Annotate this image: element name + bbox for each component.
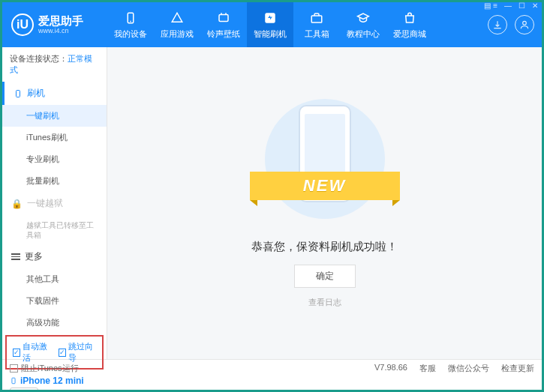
new-banner: NEW: [250, 172, 400, 200]
checkbox-label: 阻止iTunes运行: [21, 363, 79, 374]
connection-status: 设备连接状态：正常模式: [2, 47, 107, 82]
checkbox-icon: ✓: [59, 349, 66, 357]
device-small-icon: [10, 376, 17, 386]
minimize-icon[interactable]: —: [501, 0, 515, 11]
sidebar-item-other-tools[interactable]: 其他工具: [2, 268, 107, 290]
sidebar-item-download-fw[interactable]: 下载固件: [2, 290, 107, 312]
sidebar-item-oneclick-flash[interactable]: 一键刷机: [2, 105, 107, 127]
section-label: 刷机: [27, 87, 45, 100]
sidebar-item-itunes-flash[interactable]: iTunes刷机: [2, 127, 107, 148]
svg-point-7: [523, 21, 527, 25]
logo-area: iU 爱思助手 www.i4.cn: [2, 13, 107, 36]
section-label: 更多: [25, 250, 43, 263]
ringtone-icon: [216, 10, 231, 25]
nav-label: 智能刷机: [254, 28, 287, 40]
ok-button[interactable]: 确定: [294, 265, 356, 288]
menu-icon[interactable]: ▤ ≡: [481, 0, 500, 11]
app-name: 爱思助手: [38, 15, 83, 28]
success-illustration: NEW: [257, 91, 392, 226]
footer-link-update[interactable]: 检查更新: [501, 363, 534, 374]
svg-rect-9: [12, 378, 15, 384]
sidebar-section-more[interactable]: 更多: [2, 245, 107, 268]
device-storage-badge: 64GB: [10, 388, 38, 392]
svg-rect-2: [219, 14, 228, 21]
main-panel: NEW 恭喜您，保资料刷机成功啦！ 确定 查看日志: [107, 47, 542, 359]
hamburger-icon: [11, 252, 20, 262]
nav-flash[interactable]: 智能刷机: [247, 2, 293, 47]
checkbox-label: 自动激活: [23, 341, 51, 364]
nav-label: 我的设备: [114, 28, 147, 40]
maximize-icon[interactable]: ☐: [515, 0, 528, 11]
nav-label: 应用游戏: [161, 28, 194, 40]
apps-icon: [170, 10, 185, 25]
device-block[interactable]: iPhone 12 mini 64GB Down-12mini-13,1: [2, 371, 107, 392]
section-label: 一键越狱: [27, 197, 63, 210]
nav-tutorial[interactable]: 教程中心: [340, 2, 386, 47]
device-icon: [123, 10, 138, 25]
view-log-link[interactable]: 查看日志: [308, 297, 341, 308]
logo-icon: iU: [11, 13, 34, 36]
toolbox-icon: [309, 10, 324, 25]
checkbox-icon: ✓: [13, 349, 20, 357]
user-button[interactable]: [515, 15, 534, 34]
svg-rect-6: [311, 16, 322, 22]
device-name-text: iPhone 12 mini: [20, 376, 84, 386]
checkbox-label: 跳过向导: [68, 341, 97, 364]
sidebar-item-pro-flash[interactable]: 专业刷机: [2, 148, 107, 170]
svg-rect-8: [17, 90, 20, 97]
success-message: 恭喜您，保资料刷机成功啦！: [251, 240, 398, 254]
sidebar: 设备连接状态：正常模式 刷机 一键刷机 iTunes刷机 专业刷机 批量刷机 🔒…: [2, 47, 107, 359]
store-icon: [402, 10, 417, 25]
checkbox-block-itunes[interactable]: 阻止iTunes运行: [10, 363, 79, 374]
checkbox-skip-guide[interactable]: ✓跳过向导: [59, 341, 97, 364]
nav-store[interactable]: 爱思商城: [386, 2, 433, 47]
lock-icon: 🔒: [11, 199, 23, 209]
checkbox-icon: [10, 364, 18, 373]
footer-link-wechat[interactable]: 微信公众号: [448, 363, 489, 374]
sidebar-jailbreak-note: 越狱工具已转移至工具箱: [2, 215, 107, 245]
status-prefix: 设备连接状态：: [10, 54, 68, 63]
sidebar-section-flash[interactable]: 刷机: [2, 82, 107, 105]
download-button[interactable]: [488, 15, 507, 34]
close-icon[interactable]: ✕: [529, 0, 541, 11]
tutorial-icon: [356, 10, 371, 25]
sidebar-section-jailbreak: 🔒 一键越狱: [2, 192, 107, 215]
nav-my-device[interactable]: 我的设备: [107, 2, 154, 47]
device-name: iPhone 12 mini: [10, 376, 99, 386]
nav-label: 工具箱: [305, 28, 329, 40]
footer-link-service[interactable]: 客服: [419, 363, 436, 374]
version-label: V7.98.66: [374, 363, 407, 374]
nav-ringtone[interactable]: 铃声壁纸: [200, 2, 247, 47]
titlebar: iU 爱思助手 www.i4.cn 我的设备 应用游戏 铃声壁纸 智能刷机 工具…: [2, 2, 542, 47]
checkbox-auto-activate[interactable]: ✓自动激活: [13, 341, 51, 364]
phone-icon: [14, 89, 23, 98]
nav-label: 爱思商城: [393, 28, 426, 40]
flash-icon: [263, 10, 278, 25]
sidebar-item-advanced[interactable]: 高级功能: [2, 312, 107, 334]
nav-label: 教程中心: [347, 28, 380, 40]
nav-apps[interactable]: 应用游戏: [154, 2, 200, 47]
app-url: www.i4.cn: [38, 27, 83, 34]
nav-label: 铃声壁纸: [207, 28, 240, 40]
sidebar-item-batch-flash[interactable]: 批量刷机: [2, 170, 107, 192]
nav-toolbox[interactable]: 工具箱: [293, 2, 340, 47]
